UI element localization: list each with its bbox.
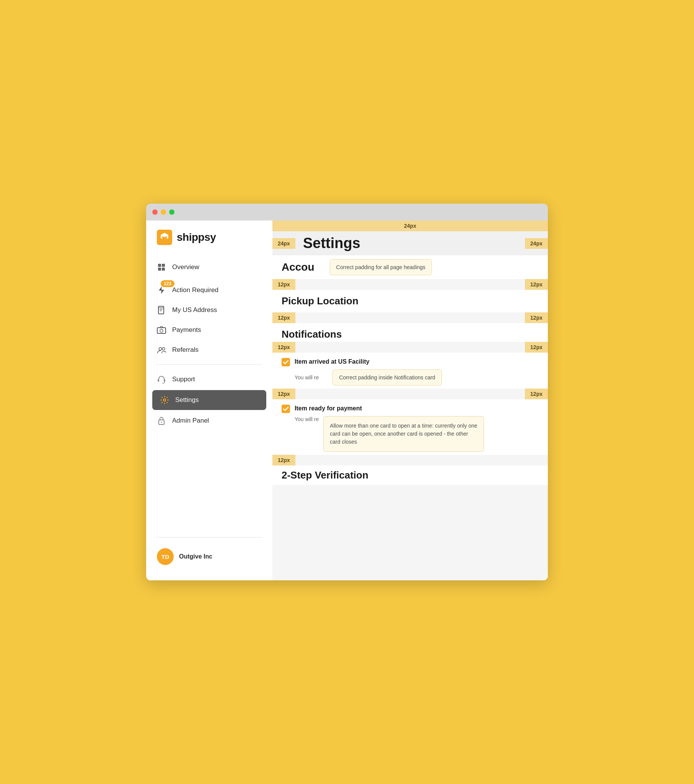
logo-area: shippsy bbox=[146, 230, 272, 257]
spacing-12-right-2: 12px bbox=[525, 312, 548, 323]
notifications-heading: Notifications bbox=[281, 328, 342, 340]
notification-1-desc: You will re bbox=[294, 374, 319, 380]
notification-2-desc: You will re bbox=[294, 416, 319, 422]
spacing-row-2: 12px 12px bbox=[272, 312, 548, 323]
maximize-dot[interactable] bbox=[169, 209, 174, 215]
pickup-heading: Pickup Location bbox=[281, 295, 359, 306]
nav-divider bbox=[157, 364, 261, 365]
browser-titlebar bbox=[146, 204, 548, 221]
svg-point-14 bbox=[163, 399, 166, 401]
svg-rect-13 bbox=[164, 379, 165, 382]
users-icon bbox=[157, 345, 166, 354]
camera-icon bbox=[157, 325, 166, 334]
account-section: Accou Correct padding for all page headi… bbox=[272, 255, 548, 279]
user-divider bbox=[157, 537, 261, 537]
close-dot[interactable] bbox=[152, 209, 158, 215]
logo-text: shippsy bbox=[177, 231, 216, 244]
sidebar-item-label-overview: Overview bbox=[172, 264, 199, 271]
page-title: Settings bbox=[295, 231, 525, 255]
right-spacing-label: 24px bbox=[525, 238, 548, 249]
svg-rect-2 bbox=[162, 264, 165, 267]
sidebar-item-overview[interactable]: Overview bbox=[146, 257, 272, 277]
checkbox-1[interactable] bbox=[281, 358, 290, 366]
notification-1-title: Item arrived at US Facility bbox=[294, 358, 370, 365]
sidebar-item-label-address: My US Address bbox=[172, 306, 217, 314]
nav-section: Overview 123 Action Required bbox=[146, 257, 272, 532]
avatar: TD bbox=[157, 548, 174, 565]
spacing-12-left-3: 12px bbox=[272, 342, 295, 352]
spacing-12-right-4: 12px bbox=[525, 389, 548, 399]
gear-icon bbox=[160, 395, 169, 405]
sidebar-item-label-referrals: Referrals bbox=[172, 346, 199, 354]
sidebar-item-us-address[interactable]: My US Address bbox=[146, 300, 272, 320]
sidebar-item-settings[interactable]: Settings bbox=[152, 390, 266, 410]
spacing-row-1: 12px 12px bbox=[272, 279, 548, 290]
account-heading: Accou bbox=[281, 261, 314, 273]
svg-rect-6 bbox=[160, 309, 163, 310]
notifications-section: Notifications bbox=[272, 323, 548, 342]
sidebar-item-label-settings: Settings bbox=[175, 396, 199, 404]
spacing-12-left-4: 12px bbox=[272, 389, 295, 399]
spacing-row-3: 12px 12px bbox=[272, 342, 548, 352]
sidebar-item-admin[interactable]: Admin Panel bbox=[146, 411, 272, 431]
top-spacing-indicator: 24px bbox=[272, 221, 548, 231]
notification-2-title: Item ready for payment bbox=[294, 405, 362, 412]
sidebar-item-label-admin: Admin Panel bbox=[172, 417, 209, 425]
svg-point-11 bbox=[162, 348, 164, 350]
checkbox-2[interactable] bbox=[281, 405, 290, 413]
user-name: Outgive Inc bbox=[179, 553, 212, 560]
two-step-section: 2-Step Verification bbox=[272, 466, 548, 485]
svg-point-10 bbox=[159, 348, 162, 350]
tooltip-notif: Correct padding inside Notifications car… bbox=[332, 369, 441, 385]
svg-rect-1 bbox=[158, 264, 161, 267]
spacing-12-right-3: 12px bbox=[525, 342, 548, 352]
svg-rect-4 bbox=[162, 268, 165, 271]
svg-rect-7 bbox=[160, 310, 162, 311]
logo-icon bbox=[157, 230, 172, 245]
two-step-heading: 2-Step Verification bbox=[281, 469, 368, 481]
spacing-12-left-5: 12px bbox=[272, 455, 295, 466]
svg-rect-12 bbox=[158, 379, 159, 382]
sidebar: shippsy Overview 123 bbox=[146, 221, 272, 580]
sidebar-item-payments[interactable]: Payments bbox=[146, 320, 272, 340]
sidebar-item-label-action: Action Required bbox=[172, 287, 219, 294]
tooltip-heading: Correct padding for all page headings bbox=[330, 259, 433, 275]
browser-window: shippsy Overview 123 bbox=[146, 204, 548, 580]
svg-point-16 bbox=[161, 422, 162, 423]
spacing-row-4: 12px 12px bbox=[272, 389, 548, 399]
svg-point-9 bbox=[160, 329, 163, 332]
minimize-dot[interactable] bbox=[161, 209, 166, 215]
sidebar-item-action-required[interactable]: 123 Action Required bbox=[146, 277, 272, 300]
svg-rect-5 bbox=[158, 306, 164, 314]
action-required-badge: 123 bbox=[161, 280, 174, 287]
spacing-12-left-2: 12px bbox=[272, 312, 295, 323]
spacing-row-5: 12px 12px bbox=[272, 455, 548, 466]
svg-rect-3 bbox=[158, 268, 161, 271]
pickup-section: Pickup Location bbox=[272, 290, 548, 312]
tooltip-multi: Allow more than one card to open at a ti… bbox=[323, 416, 484, 452]
user-area: TD Outgive Inc bbox=[146, 542, 272, 571]
grid-icon bbox=[157, 263, 166, 272]
spacing-12-right-1: 12px bbox=[525, 279, 548, 290]
main-content: 24px 24px Settings 24px Accou Correct pa… bbox=[272, 221, 548, 580]
left-spacing-label: 24px bbox=[272, 238, 295, 249]
lock-icon bbox=[157, 416, 166, 425]
sidebar-item-support[interactable]: Support bbox=[146, 369, 272, 389]
browser-content: shippsy Overview 123 bbox=[146, 221, 548, 580]
headset-icon bbox=[157, 375, 166, 384]
book-icon bbox=[157, 305, 166, 315]
sidebar-item-label-payments: Payments bbox=[172, 326, 201, 334]
sidebar-item-referrals[interactable]: Referrals bbox=[146, 340, 272, 360]
spacing-12-left-1: 12px bbox=[272, 279, 295, 290]
sidebar-item-label-support: Support bbox=[172, 376, 195, 383]
notification-item-2: Item ready for payment You will re Allow… bbox=[272, 399, 548, 455]
notification-item-1: Item arrived at US Facility You will re … bbox=[272, 352, 548, 389]
